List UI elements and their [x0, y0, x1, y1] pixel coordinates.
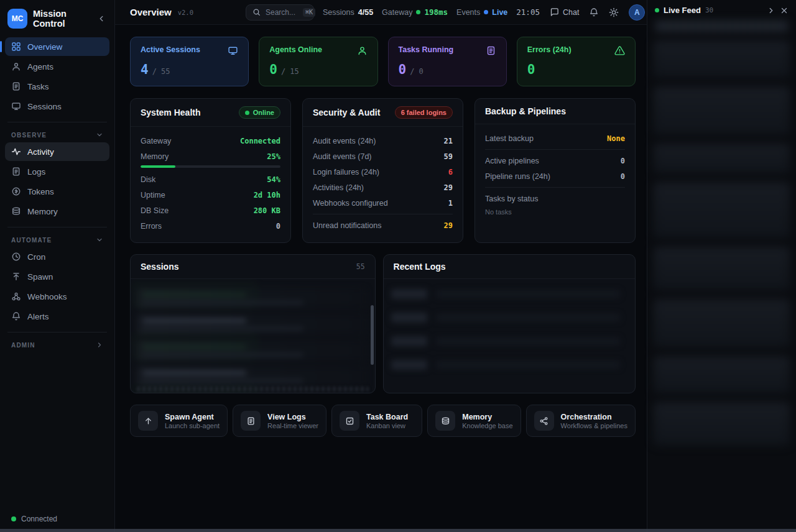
live-feed-header: Live Feed 30: [647, 0, 796, 19]
status-dot-blue: [484, 10, 488, 14]
action-title: Memory: [462, 413, 512, 421]
clock: 21:05: [516, 7, 540, 17]
sidebar-item-cron[interactable]: Cron: [5, 247, 109, 266]
chat-button[interactable]: Chat: [550, 7, 579, 17]
badge-label: 6 failed logins: [401, 109, 447, 116]
action-subtitle: Knowledge base: [462, 422, 512, 429]
topbar-events-stat: Events Live: [456, 8, 507, 17]
user-icon: [11, 62, 21, 71]
chevron-right-icon[interactable]: [767, 6, 775, 15]
task-board-button[interactable]: Task Board Kanban view: [331, 405, 422, 437]
coin-icon: [11, 186, 21, 196]
memory-button[interactable]: Memory Knowledge base: [427, 405, 521, 437]
audit-row: Audit events (24h) 21: [313, 133, 453, 149]
sidebar-collapse-button[interactable]: [96, 13, 107, 24]
sidebar-item-sessions[interactable]: Sessions: [5, 97, 109, 116]
health-row-uptime: Uptime 2d 10h: [141, 187, 280, 203]
sidebar-item-webhooks[interactable]: Webhooks: [5, 287, 109, 306]
panel-title: Recent Logs: [394, 262, 446, 272]
kv-label: Unread notifications: [313, 221, 381, 230]
kv-label: Active pipelines: [485, 157, 539, 165]
kv-label: Uptime: [141, 191, 165, 200]
sessions-panel: Sessions 55: [130, 254, 376, 393]
health-row-disk: Disk 54%: [141, 172, 280, 187]
stat-card-active-sessions[interactable]: Active Sessions 4 / 55: [130, 37, 249, 86]
sidebar-item-overview[interactable]: Overview: [5, 37, 109, 56]
kv-label: Login failures (24h): [313, 168, 379, 177]
kv-value: 29: [444, 183, 453, 192]
sessions-list-redacted: [131, 279, 375, 393]
main-area: Overview v2.0 ⌘K Sessions 4/55 Gateway 1…: [115, 0, 647, 532]
backup-row-latest: Latest backup None: [485, 131, 625, 146]
section-automate[interactable]: AUTOMATE: [5, 234, 109, 247]
status-dot-green: [245, 111, 249, 115]
topbar-gateway-stat: Gateway 198ms: [382, 7, 448, 17]
logs-list-redacted: [384, 279, 635, 393]
clipboard-icon: [486, 45, 496, 56]
chevron-down-icon: [96, 131, 103, 139]
audit-row: Audit events (7d) 59: [313, 149, 453, 164]
system-health-card: System Health Online Gateway Connected M…: [130, 98, 291, 243]
orchestration-button[interactable]: Orchestration Workflows & pipelines: [526, 405, 636, 437]
security-audit-card: Security & Audit 6 failed logins Audit e…: [302, 98, 463, 243]
stat-card-agents-online[interactable]: Agents Online 0 / 15: [259, 37, 377, 86]
app-title: Mission Control: [33, 9, 90, 29]
sidebar-item-tasks[interactable]: Tasks: [5, 77, 109, 96]
sidebar-item-label: Activity: [27, 147, 54, 157]
notifications-bell-button[interactable]: [589, 7, 599, 17]
search-input-wrapper[interactable]: ⌘K: [246, 4, 314, 21]
kv-value: 21: [444, 137, 453, 145]
status-dot-green: [655, 8, 659, 12]
action-subtitle: Real-time viewer: [267, 422, 318, 429]
redacted-content: [134, 283, 369, 387]
redacted-footer: [137, 387, 369, 392]
theme-sun-button[interactable]: [609, 7, 619, 17]
database-icon: [11, 206, 21, 216]
stat-card-errors[interactable]: Errors (24h) 0: [517, 37, 636, 86]
sidebar-item-alerts[interactable]: Alerts: [5, 307, 109, 326]
page-title: Overview: [130, 7, 172, 17]
health-row-memory: Memory 25%: [141, 149, 280, 164]
chevron-right-icon: [96, 341, 103, 349]
kv-label: Activities (24h): [313, 183, 364, 192]
kv-label: Latest backup: [485, 134, 534, 143]
section-observe[interactable]: OBSERVE: [5, 129, 109, 142]
sidebar-item-activity[interactable]: Activity: [5, 142, 109, 161]
sidebar-item-logs[interactable]: Logs: [5, 162, 109, 181]
sidebar-item-agents[interactable]: Agents: [5, 57, 109, 76]
vertical-scrollbar[interactable]: [371, 305, 374, 365]
sidebar-nav: Overview Agents Tasks Sessions: [5, 37, 109, 116]
user-avatar[interactable]: A: [629, 4, 645, 21]
view-logs-button[interactable]: View Logs Real-time viewer: [233, 405, 326, 437]
kv-value: 0: [621, 157, 625, 165]
section-admin[interactable]: ADMIN: [5, 339, 109, 352]
sidebar-item-memory[interactable]: Memory: [5, 202, 109, 221]
webhook-icon: [11, 291, 21, 301]
app-logo: MC: [7, 9, 27, 29]
close-icon[interactable]: [780, 6, 789, 15]
sidebar-item-label: Cron: [27, 252, 45, 262]
action-subtitle: Launch sub-agent: [165, 422, 220, 429]
monitor-icon: [11, 101, 21, 111]
search-input[interactable]: [266, 8, 298, 17]
sessions-value: 4/55: [358, 8, 373, 17]
failed-logins-badge: 6 failed logins: [395, 106, 453, 119]
stat-card-tasks-running[interactable]: Tasks Running 0 / 0: [388, 37, 507, 86]
user-icon: [357, 45, 368, 56]
sidebar-item-spawn[interactable]: Spawn: [5, 267, 109, 286]
topbar-right: 21:05 Chat A: [516, 4, 645, 21]
sidebar-item-label: Spawn: [27, 272, 53, 282]
horizontal-scrollbar[interactable]: [0, 529, 796, 532]
database-icon: [435, 411, 455, 431]
sidebar-item-tokens[interactable]: Tokens: [5, 182, 109, 201]
redacted-content: [386, 287, 632, 303]
arrow-up-icon: [138, 411, 158, 431]
kanban-icon: [340, 411, 359, 431]
kv-label: Pipeline runs (24h): [485, 172, 550, 181]
spawn-agent-button[interactable]: Spawn Agent Launch sub-agent: [130, 405, 228, 437]
kv-value: 280 KB: [254, 206, 280, 215]
kv-label: Webhooks configured: [313, 199, 388, 208]
stat-value: 0: [269, 62, 277, 77]
kv-value: 1: [448, 199, 453, 208]
stat-value: 0: [527, 62, 535, 77]
